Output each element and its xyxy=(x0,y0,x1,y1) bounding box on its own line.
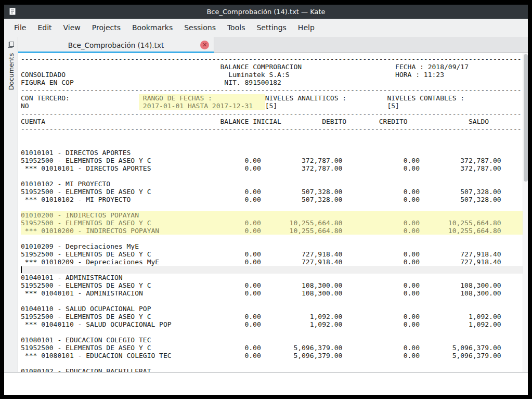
text-cursor xyxy=(21,266,22,273)
editor-line: 01010102 - MI PROYECTO xyxy=(21,180,528,188)
editor-line: 01080102 - EDUCACION BACHILLERAT xyxy=(21,367,528,372)
editor-line xyxy=(21,235,528,242)
editor-line: 51952500 - ELEMENTOS DE ASEO Y C 0.00 50… xyxy=(21,188,528,196)
editor-line: CONSOLIDADO Luminatek S.A:S HORA : 11:23 xyxy=(21,71,528,79)
sidebar-toolview-bar: Documents xyxy=(4,37,18,372)
menubar: File Edit View Projects Bookmarks Sessio… xyxy=(4,19,528,37)
editor-line xyxy=(21,359,528,367)
editor-code: ----------------------------------------… xyxy=(18,53,528,372)
menu-edit[interactable]: Edit xyxy=(32,19,57,37)
editor-line: *** 01010209 - Depreciaciones MyE 0.00 7… xyxy=(21,258,528,266)
editor-line: *** 01010102 - MI PROYECTO 0.00 507,328.… xyxy=(21,196,528,203)
editor-line: *** 01080101 - EDUCACION COLEGIO TEC 0.0… xyxy=(21,352,528,359)
menu-tools[interactable]: Tools xyxy=(222,19,251,37)
sidebar-documents-button[interactable]: Documents xyxy=(7,40,15,91)
editor-line: 01010200 - INDIRECTOS POPAYAN xyxy=(21,211,528,219)
editor-line: ----------------------------------------… xyxy=(21,86,528,94)
tab-close-icon[interactable]: ✕ xyxy=(200,41,209,49)
editor-line xyxy=(21,328,528,336)
editor-line: NO 2017-01-01 HASTA 2017-12-31 [5] [5] xyxy=(21,102,528,110)
window-title: Bce_Comprobación (14).txt — Kate xyxy=(206,8,325,16)
editor-line xyxy=(21,203,528,211)
titlebar[interactable]: Bce_Comprobación (14).txt — Kate xyxy=(4,5,528,19)
tab-label: Bce_Comprobación (14).txt xyxy=(68,41,164,49)
editor-line: *** 01040101 - ADMINISTRACION 0.00 108,3… xyxy=(21,289,528,297)
menu-view[interactable]: View xyxy=(58,19,86,37)
editor-line: ----------------------------------------… xyxy=(21,55,528,63)
tab-bce-comprobacion[interactable]: Bce_Comprobación (14).txt ✕ xyxy=(18,37,214,53)
editor-line: 51952500 - ELEMENTOS DE ASEO Y C 0.00 1,… xyxy=(21,313,528,320)
editor-line: 51952500 - ELEMENTOS DE ASEO Y C 0.00 10… xyxy=(21,281,528,289)
editor-line: 01010209 - Depreciaciones MyE xyxy=(21,242,528,250)
main-area: Bce_Comprobación (14).txt ✕ ------------… xyxy=(18,37,528,372)
menu-projects[interactable]: Projects xyxy=(86,19,126,37)
editor-line xyxy=(21,141,528,149)
editor-line: 51952500 - ELEMENTOS DE ASEO Y C 0.00 10… xyxy=(21,219,528,227)
editor-line: *** 01010200 - INDIRECTOS POPAYAN 0.00 1… xyxy=(21,227,528,235)
editor-line: FIGURA EN COP NIT. 891500182 xyxy=(21,79,528,86)
desktop: Bce_Comprobación (14).txt — Kate File Ed… xyxy=(4,5,528,395)
editor-line: CUENTA BALANCE INICIAL DEBITO CREDITO SA… xyxy=(21,118,528,125)
menu-settings[interactable]: Settings xyxy=(251,19,292,37)
tab-bar: Bce_Comprobación (14).txt ✕ xyxy=(18,37,528,53)
editor-line: BALANCE COMPROBACION FECHA : 2018/09/17 xyxy=(21,63,528,71)
editor-viewport[interactable]: ----------------------------------------… xyxy=(18,53,528,372)
editor-line: 01010101 - DIRECTOS APORTES xyxy=(21,149,528,157)
editor-line: 51952500 - ELEMENTOS DE ASEO Y C 0.00 72… xyxy=(21,250,528,258)
editor-line: 01040101 - ADMINISTRACION xyxy=(21,274,528,281)
editor-line: *** 01010101 - DIRECTOS APORTES 0.00 372… xyxy=(21,164,528,172)
menu-file[interactable]: File xyxy=(8,19,32,37)
menu-help[interactable]: Help xyxy=(292,19,320,37)
editor-line: ----------------------------------------… xyxy=(21,110,528,118)
kate-app-icon xyxy=(8,7,17,16)
editor-line: 01040110 - SALUD OCUPACIONAL POP xyxy=(21,305,528,313)
editor-line xyxy=(21,297,528,305)
scrollbar-thumb[interactable] xyxy=(524,54,528,182)
editor-line: 51952500 - ELEMENTOS DE ASEO Y C 0.00 5,… xyxy=(21,344,528,352)
window-body: Documents Bce_Comprobación (14).txt ✕ --… xyxy=(4,37,528,372)
menu-sessions[interactable]: Sessions xyxy=(178,19,222,37)
documents-icon xyxy=(7,41,15,50)
editor-line: *** 01040110 - SALUD OCUPACIONAL POP 0.0… xyxy=(21,320,528,328)
sidebar-documents-label: Documents xyxy=(7,53,15,90)
editor-line xyxy=(21,133,528,141)
editor-line: 01080101 - EDUCACION COLEGIO TEC xyxy=(21,336,528,344)
editor-line xyxy=(21,266,528,274)
editor-line: 51952500 - ELEMENTOS DE ASEO Y C 0.00 37… xyxy=(21,157,528,164)
editor-scrollbar xyxy=(523,53,528,372)
kate-window: Bce_Comprobación (14).txt — Kate File Ed… xyxy=(4,5,528,372)
menu-bookmarks[interactable]: Bookmarks xyxy=(126,19,178,37)
editor-line xyxy=(21,172,528,180)
editor-line: CON TERCERO: RANGO DE FECHAS : NIVELES A… xyxy=(21,94,528,102)
editor-line: ----------------------------------------… xyxy=(21,125,528,133)
